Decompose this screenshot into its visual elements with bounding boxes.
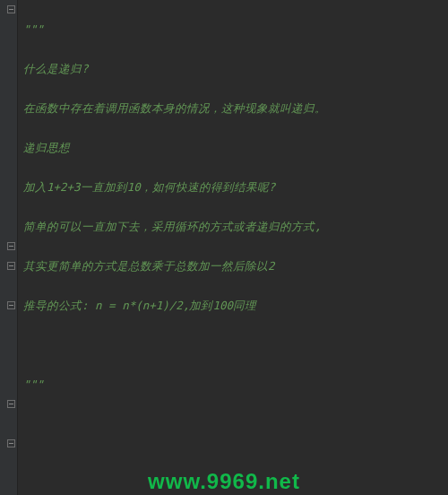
docstring-open: """: [23, 22, 44, 36]
fold-handle[interactable]: [7, 439, 15, 447]
docstring-line: 在函数中存在着调用函数本身的情况，这种现象就叫递归。: [23, 101, 326, 115]
docstring-line: 什么是递归?: [23, 62, 89, 75]
fold-handle[interactable]: [7, 5, 15, 13]
docstring-line: 递归思想: [23, 141, 70, 154]
docstring-line: 其实更简单的方式是总数乘于总数加一然后除以2: [23, 259, 275, 273]
editor-gutter: [0, 0, 18, 495]
fold-handle[interactable]: [7, 301, 15, 309]
code-editor[interactable]: """ 什么是递归? 在函数中存在着调用函数本身的情况，这种现象就叫递归。 递归…: [18, 0, 448, 495]
fold-handle[interactable]: [7, 400, 15, 408]
fold-handle[interactable]: [7, 262, 15, 270]
docstring-close: """: [23, 378, 44, 391]
docstring-line: 加入1+2+3一直加到10，如何快速的得到结果呢?: [23, 180, 275, 194]
fold-handle[interactable]: [7, 242, 15, 250]
docstring-line: 简单的可以一直加下去，采用循环的方式或者递归的方式,: [23, 220, 322, 233]
docstring-line: 推导的公式: n = n*(n+1)/2,加到100同理: [23, 299, 256, 312]
